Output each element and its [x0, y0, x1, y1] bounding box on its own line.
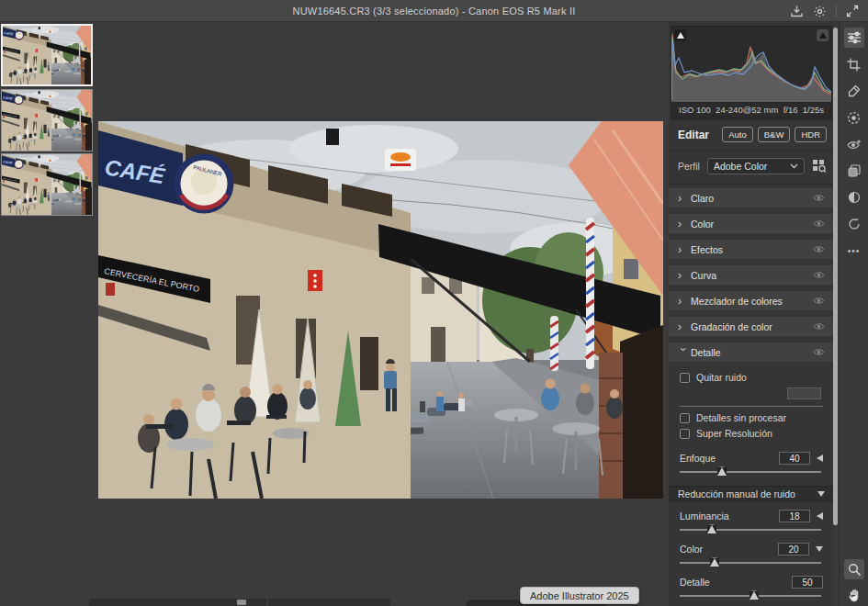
denoise-checkbox[interactable] — [680, 373, 690, 383]
denoise-amount-box — [787, 387, 821, 399]
collapse-down-icon — [817, 491, 825, 497]
shutter-value: 1/25s — [803, 105, 824, 115]
auto-button[interactable]: Auto — [722, 127, 753, 142]
luminance-label: Luminancia — [680, 511, 779, 522]
export-icon[interactable] — [790, 5, 804, 18]
settings-icon[interactable] — [813, 5, 827, 18]
section-claro[interactable]: › Claro — [669, 188, 834, 208]
title-bar: NUW16645.CR3 (3/3 seleccionado) - Canon … — [0, 0, 868, 22]
aperture-value: f/16 — [783, 105, 798, 115]
section-detalle[interactable]: › Detalle — [669, 342, 834, 362]
detail-nr-label: Detalle — [680, 577, 792, 588]
iso-value: ISO 100 — [679, 105, 711, 115]
collapse-down-icon[interactable] — [816, 546, 823, 552]
profile-label: Perfil — [678, 161, 700, 172]
masking-tool-icon[interactable] — [844, 107, 864, 128]
chevron-right-icon: › — [678, 296, 691, 307]
section-mezclador[interactable]: › Mezclador de colores — [669, 291, 834, 310]
dock-app-icon[interactable] — [237, 600, 246, 605]
chevron-right-icon: › — [678, 244, 691, 255]
profile-value: Adobe Color — [714, 161, 790, 172]
dock-tooltip-text: Adobe Illustrator 2025 — [530, 590, 629, 601]
fullscreen-icon[interactable] — [846, 5, 859, 17]
sharpen-label: Enfoque — [680, 453, 779, 464]
hdr-button[interactable]: HDR — [795, 127, 827, 142]
luminance-value-input[interactable]: 18 — [779, 510, 810, 522]
collapse-left-icon[interactable] — [817, 512, 823, 520]
color-nr-value-input[interactable]: 20 — [778, 543, 809, 556]
divider — [680, 406, 823, 407]
filmstrip-thumbnail-2[interactable] — [1, 89, 93, 152]
section-label: Curva — [691, 270, 813, 281]
divider — [669, 150, 834, 151]
eye-icon[interactable] — [813, 194, 825, 202]
chevron-down-icon: › — [678, 347, 689, 360]
presets-tool-icon[interactable] — [844, 187, 864, 208]
tool-column: ••• — [839, 22, 868, 606]
section-label: Mezclador de colores — [691, 296, 813, 307]
edit-tool-icon[interactable] — [844, 28, 864, 48]
color-nr-label: Color — [680, 544, 778, 555]
more-options-icon[interactable]: ••• — [844, 241, 864, 261]
collapse-left-icon[interactable] — [817, 454, 823, 462]
section-gradacion[interactable]: › Gradación de color — [669, 317, 834, 336]
zoom-tool-icon[interactable] — [844, 559, 864, 579]
camera-raw-window: NUW16645.CR3 (3/3 seleccionado) - Canon … — [0, 0, 868, 606]
color-nr-slider[interactable] — [680, 557, 823, 567]
detail-nr-value-input[interactable]: 50 — [792, 576, 823, 589]
manual-noise-reduction-header[interactable]: Reducción manual de ruido — [669, 486, 834, 501]
section-label: Color — [691, 219, 813, 230]
luminance-slider[interactable] — [680, 524, 823, 534]
bw-button[interactable]: B&W — [758, 127, 791, 142]
section-efectos[interactable]: › Efectos — [669, 240, 834, 259]
section-label: Efectos — [691, 244, 813, 255]
raw-details-checkbox[interactable] — [680, 413, 690, 423]
divider — [669, 184, 834, 185]
eye-icon[interactable] — [813, 271, 825, 279]
eye-icon[interactable] — [813, 322, 825, 331]
detail-nr-slider[interactable] — [680, 590, 823, 600]
panel-scrollbar[interactable] — [833, 28, 838, 525]
crop-tool-icon[interactable] — [844, 54, 864, 74]
dock-tooltip: Adobe Illustrator 2025 — [520, 587, 639, 604]
refresh-icon[interactable] — [844, 214, 864, 234]
eye-icon[interactable] — [813, 348, 825, 356]
histogram[interactable]: ISO 100 24-240@52 mm f/16 1/25s — [671, 26, 832, 119]
window-title: NUW16645.CR3 (3/3 seleccionado) - Canon … — [293, 6, 576, 17]
lens-value: 24-240@52 mm — [716, 105, 778, 115]
edit-panel-title: Editar — [678, 129, 717, 141]
raw-details-label: Detalles sin procesar — [696, 412, 786, 423]
chevron-right-icon: › — [678, 219, 691, 230]
profile-select[interactable]: Adobe Color — [707, 158, 805, 174]
super-resolution-label: Super Resolución — [696, 428, 772, 439]
section-label: Detalle — [691, 347, 813, 358]
chevron-down-icon — [790, 163, 798, 169]
versions-tool-icon[interactable] — [844, 161, 864, 181]
titlebar-divider — [836, 5, 837, 17]
filmstrip-thumbnail-3[interactable] — [1, 153, 93, 216]
denoise-label: Quitar ruido — [696, 372, 747, 383]
capture-settings: ISO 100 24-240@52 mm f/16 1/25s — [671, 102, 831, 118]
section-color[interactable]: › Color — [669, 214, 834, 233]
super-resolution-checkbox[interactable] — [680, 429, 690, 439]
chevron-right-icon: › — [678, 193, 691, 204]
chevron-right-icon: › — [678, 321, 691, 332]
highlight-clipping-icon[interactable] — [817, 29, 829, 41]
shadow-clipping-icon[interactable] — [674, 29, 686, 41]
healing-tool-icon[interactable] — [844, 81, 864, 101]
sharpen-value-input[interactable]: 40 — [779, 452, 810, 465]
section-curva[interactable]: › Curva — [669, 265, 834, 285]
eye-icon[interactable] — [813, 297, 825, 305]
edit-panel: ISO 100 24-240@52 mm f/16 1/25s Editar A… — [669, 22, 834, 606]
browse-profiles-icon[interactable] — [812, 159, 827, 174]
section-label: Claro — [691, 193, 813, 204]
dock-segment — [268, 599, 390, 606]
eye-icon[interactable] — [813, 219, 825, 228]
red-eye-tool-icon[interactable] — [844, 134, 864, 154]
chevron-right-icon: › — [678, 270, 691, 281]
photo-canvas[interactable] — [98, 121, 663, 499]
eye-icon[interactable] — [813, 245, 825, 253]
section-label: Gradación de color — [691, 321, 813, 332]
filmstrip-thumbnail-1[interactable] — [1, 24, 93, 86]
sharpen-slider[interactable] — [680, 466, 823, 477]
